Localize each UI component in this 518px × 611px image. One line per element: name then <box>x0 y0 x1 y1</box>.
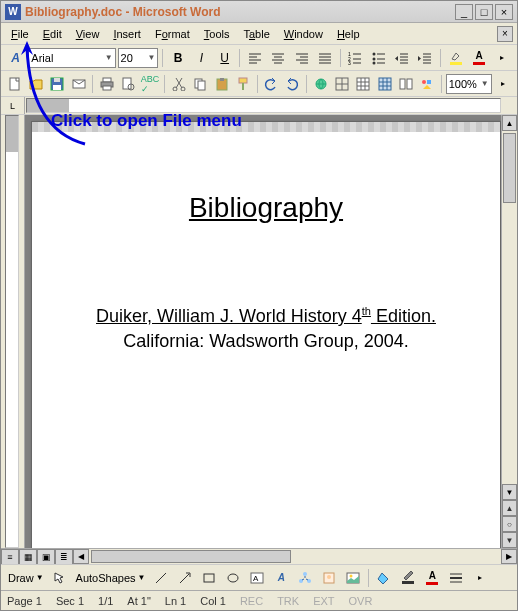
line-color-button[interactable] <box>397 567 419 589</box>
align-left-button[interactable] <box>244 47 265 69</box>
drawing-button[interactable] <box>418 73 437 95</box>
bullet-list-button[interactable] <box>368 47 389 69</box>
line-button[interactable] <box>150 567 172 589</box>
scroll-h-thumb[interactable] <box>91 550 291 563</box>
scroll-v-thumb[interactable] <box>503 133 516 203</box>
separator <box>368 569 369 587</box>
menu-window[interactable]: Window <box>278 26 329 42</box>
menu-format[interactable]: Format <box>149 26 196 42</box>
insert-hyperlink-button[interactable] <box>311 73 330 95</box>
outline-view-button[interactable]: ≣ <box>55 549 73 565</box>
copy-button[interactable] <box>191 73 210 95</box>
draw-menu[interactable]: Draw▼ <box>5 572 47 584</box>
browse-object-button[interactable]: ○ <box>502 516 517 532</box>
select-objects-button[interactable] <box>49 567 71 589</box>
menu-help[interactable]: Help <box>331 26 366 42</box>
menu-edit[interactable]: Edit <box>37 26 68 42</box>
minimize-button[interactable]: _ <box>455 4 473 20</box>
spellcheck-button[interactable]: ABC✓ <box>140 73 161 95</box>
save-button[interactable] <box>48 73 67 95</box>
format-painter-button[interactable] <box>233 73 252 95</box>
horizontal-scrollbar[interactable]: ◀ ▶ <box>73 549 517 564</box>
menu-file[interactable]: File <box>5 26 35 42</box>
normal-view-button[interactable]: ≡ <box>1 549 19 565</box>
maximize-button[interactable]: □ <box>475 4 493 20</box>
autoshapes-menu[interactable]: AutoShapes▼ <box>73 572 149 584</box>
scroll-up-button[interactable]: ▲ <box>502 115 517 131</box>
scroll-left-button[interactable]: ◀ <box>73 549 89 564</box>
horizontal-ruler[interactable] <box>26 98 501 113</box>
font-value: Arial <box>31 52 53 64</box>
tables-borders-button[interactable] <box>332 73 351 95</box>
email-button[interactable] <box>69 73 88 95</box>
highlight-color-button[interactable] <box>445 47 466 69</box>
cut-button[interactable] <box>169 73 188 95</box>
menu-view[interactable]: View <box>70 26 106 42</box>
increase-indent-button[interactable] <box>415 47 436 69</box>
oval-button[interactable] <box>222 567 244 589</box>
insert-table-button[interactable] <box>354 73 373 95</box>
print-preview-button[interactable] <box>119 73 138 95</box>
align-justify-button[interactable] <box>314 47 335 69</box>
arrow-button[interactable] <box>174 567 196 589</box>
document-page[interactable]: Bibliography Duiker, William J. World Hi… <box>31 121 501 548</box>
menu-tools[interactable]: Tools <box>198 26 236 42</box>
toolbar-options-button[interactable]: ▸ <box>492 47 513 69</box>
font-size-combo[interactable]: 20▼ <box>118 48 159 68</box>
insert-excel-button[interactable] <box>375 73 394 95</box>
zoom-combo[interactable]: 100%▼ <box>446 74 492 94</box>
italic-button[interactable]: I <box>191 47 212 69</box>
decrease-indent-button[interactable] <box>391 47 412 69</box>
menu-table[interactable]: Table <box>237 26 275 42</box>
paste-button[interactable] <box>212 73 231 95</box>
diagram-button[interactable] <box>294 567 316 589</box>
toolbar-options-button-2[interactable]: ▸ <box>494 73 513 95</box>
line-style-button[interactable] <box>445 567 467 589</box>
underline-button[interactable]: U <box>214 47 235 69</box>
textbox-button[interactable]: A <box>246 567 268 589</box>
font-color-button[interactable]: A <box>468 47 489 69</box>
status-col: Col 1 <box>200 595 226 607</box>
toolbar-options-button-3[interactable]: ▸ <box>469 567 491 589</box>
menu-insert[interactable]: Insert <box>107 26 147 42</box>
formatting-toolbar: A Arial▼ 20▼ B I U 123 A ▸ <box>1 45 517 71</box>
svg-point-5 <box>372 61 375 64</box>
prev-page-button[interactable]: ▲ <box>502 500 517 516</box>
redo-button[interactable] <box>283 73 302 95</box>
font-combo[interactable]: Arial▼ <box>28 48 115 68</box>
svg-rect-14 <box>123 78 131 89</box>
status-pages: 1/1 <box>98 595 113 607</box>
numbered-list-button[interactable]: 123 <box>345 47 366 69</box>
rectangle-button[interactable] <box>198 567 220 589</box>
insert-picture-button[interactable] <box>342 567 364 589</box>
scroll-right-button[interactable]: ▶ <box>501 549 517 564</box>
ruler-corner: L <box>1 97 25 114</box>
next-page-button[interactable]: ▼ <box>502 532 517 548</box>
wordart-button[interactable]: A <box>270 567 292 589</box>
close-document-button[interactable]: × <box>497 26 513 42</box>
style-button[interactable]: A <box>5 47 26 69</box>
new-doc-button[interactable] <box>5 73 24 95</box>
fill-color-button[interactable] <box>373 567 395 589</box>
svg-line-33 <box>180 574 189 583</box>
scroll-down-button[interactable]: ▼ <box>502 484 517 500</box>
clipart-button[interactable] <box>318 567 340 589</box>
columns-button[interactable] <box>396 73 415 95</box>
vertical-ruler[interactable] <box>5 115 19 548</box>
vertical-scrollbar[interactable]: ▲ ▼ ▲ ○ ▼ <box>501 115 517 548</box>
print-button[interactable] <box>97 73 116 95</box>
align-right-button[interactable] <box>291 47 312 69</box>
close-button[interactable]: × <box>495 4 513 20</box>
page-viewport[interactable]: Bibliography Duiker, William J. World Hi… <box>25 115 517 548</box>
scroll-v-track[interactable] <box>502 131 517 484</box>
separator <box>162 49 163 67</box>
web-view-button[interactable]: ▦ <box>19 549 37 565</box>
undo-button[interactable] <box>261 73 280 95</box>
zoom-value: 100% <box>449 78 477 90</box>
align-center-button[interactable] <box>268 47 289 69</box>
print-layout-view-button[interactable]: ▣ <box>37 549 55 565</box>
bold-button[interactable]: B <box>167 47 188 69</box>
font-color-draw-button[interactable]: A <box>421 567 443 589</box>
open-button[interactable] <box>26 73 45 95</box>
scroll-h-track[interactable] <box>89 549 501 564</box>
